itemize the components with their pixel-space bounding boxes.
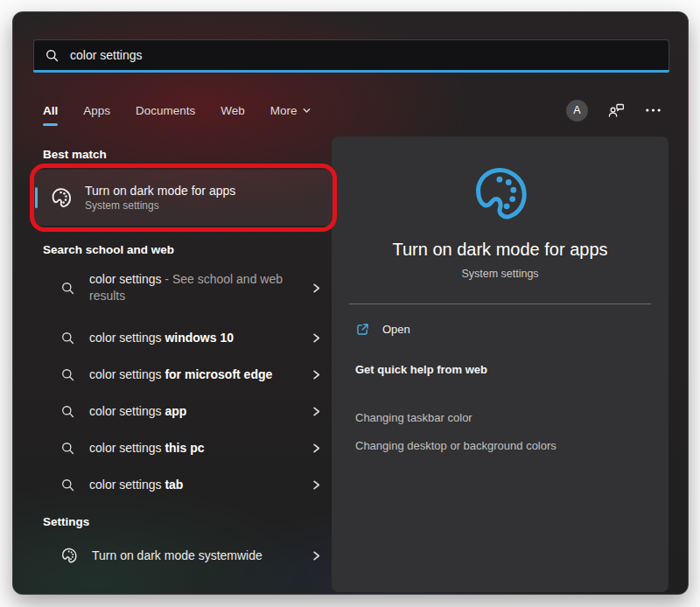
chevron-right-icon[interactable] (311, 369, 322, 380)
settings-section-heading: Settings (43, 515, 332, 528)
preview-links: Get quick help from web Changing taskbar… (355, 363, 556, 452)
tab-more-label: More (270, 104, 298, 117)
search-icon (60, 331, 75, 345)
search-icon (60, 441, 75, 456)
search-accent-underline (33, 70, 669, 73)
more-options-icon[interactable] (645, 108, 662, 113)
search-icon (45, 48, 60, 63)
open-action[interactable]: Open (355, 322, 410, 337)
help-link[interactable]: Changing desktop or background colors (355, 439, 556, 452)
chevron-right-icon[interactable] (311, 283, 322, 294)
search-suggestion[interactable]: color settings this pc (34, 429, 332, 466)
results-list: Best match Turn on dark mode for apps Sy… (34, 148, 332, 574)
tab-web[interactable]: Web (220, 104, 245, 117)
settings-result[interactable]: Turn on dark mode systemwide (34, 537, 332, 574)
selection-accent-bar (35, 187, 38, 208)
suggestion-text: color settings - See school and web resu… (89, 271, 297, 304)
quick-help-link[interactable]: Get quick help from web (355, 363, 556, 376)
search-icon (60, 367, 75, 382)
palette-icon (470, 163, 531, 224)
palette-icon (50, 186, 73, 209)
search-input[interactable]: color settings (33, 39, 669, 70)
open-external-icon (355, 322, 370, 337)
web-section-heading: Search school and web (43, 243, 332, 256)
feedback-icon[interactable] (607, 101, 626, 120)
best-match-heading: Best match (43, 148, 332, 161)
preview-panel: Turn on dark mode for apps System settin… (332, 136, 668, 592)
search-icon (60, 281, 75, 296)
suggestion-text: color settings tab (89, 477, 297, 493)
tab-more[interactable]: More (270, 104, 312, 117)
suggestion-text: color settings for microsoft edge (89, 366, 297, 383)
best-match-result[interactable]: Turn on dark mode for apps System settin… (34, 170, 332, 226)
suggestion-text: color settings app (89, 403, 297, 420)
chevron-right-icon[interactable] (311, 406, 322, 417)
search-query-text: color settings (70, 48, 142, 62)
chevron-right-icon[interactable] (311, 332, 322, 344)
search-flyout: color settings All Apps Documents Web Mo… (12, 11, 689, 595)
suggestion-text: color settings windows 10 (89, 330, 297, 346)
search-suggestion[interactable]: color settings app (34, 393, 332, 429)
search-suggestion[interactable]: color settings tab (34, 466, 332, 503)
tab-apps[interactable]: Apps (83, 104, 110, 117)
tab-documents-label: Documents (136, 104, 195, 117)
tab-selected-indicator (43, 123, 58, 126)
tab-web-label: Web (220, 104, 245, 117)
palette-icon (60, 547, 78, 564)
chevron-down-icon (302, 106, 312, 115)
best-match-subtitle: System settings (85, 199, 235, 212)
best-match-title: Turn on dark mode for apps (85, 184, 235, 198)
suggestion-text: color settings this pc (89, 440, 297, 457)
avatar[interactable]: A (566, 100, 588, 122)
tab-documents[interactable]: Documents (136, 104, 195, 117)
search-suggestion[interactable]: color settings - See school and web resu… (34, 263, 332, 312)
preview-subtitle: System settings (461, 268, 538, 280)
settings-result-text: Turn on dark mode systemwide (92, 548, 297, 564)
help-link[interactable]: Changing taskbar color (355, 411, 556, 424)
chevron-right-icon[interactable] (311, 550, 322, 562)
search-icon (60, 478, 75, 492)
search-suggestion[interactable]: color settings for microsoft edge (34, 356, 332, 393)
chevron-right-icon[interactable] (311, 443, 322, 454)
chevron-right-icon[interactable] (311, 479, 322, 491)
preview-title: Turn on dark mode for apps (392, 240, 607, 260)
topbar-icons: A (566, 100, 662, 122)
filter-tabs: All Apps Documents Web More A (43, 95, 662, 125)
tab-all-label: All (43, 104, 58, 117)
search-icon (60, 404, 75, 419)
open-label: Open (382, 323, 410, 336)
divider (349, 304, 651, 304)
tab-apps-label: Apps (83, 104, 110, 117)
tab-all[interactable]: All (43, 104, 58, 117)
search-suggestion[interactable]: color settings windows 10 (34, 319, 332, 356)
